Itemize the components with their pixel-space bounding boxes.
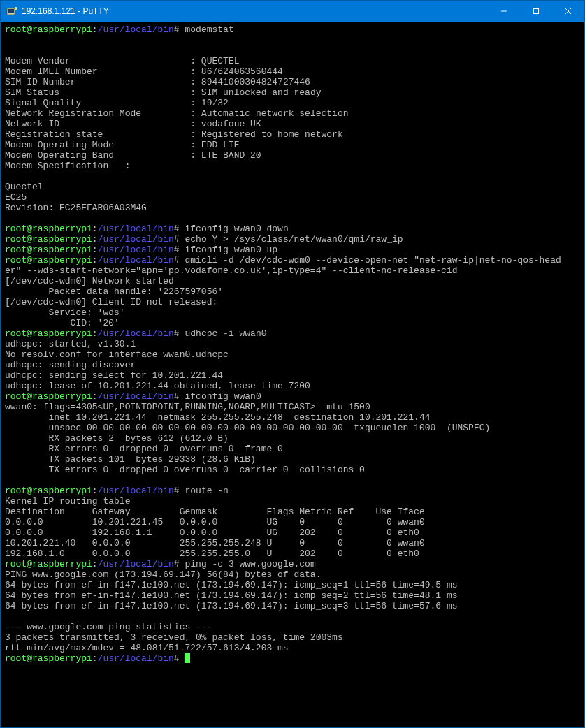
cmd: route -n bbox=[185, 486, 228, 496]
window-title: 192.168.1.121 - PuTTY bbox=[22, 6, 109, 16]
net-reg-mode: Network Registration Mode : Automatic ne… bbox=[5, 108, 349, 119]
terminal-viewport[interactable]: root@raspberrypi:/usr/local/bin# modemst… bbox=[1, 22, 584, 727]
titlebar[interactable]: 192.168.1.121 - PuTTY bbox=[1, 1, 584, 22]
svg-rect-5 bbox=[534, 9, 539, 14]
route-row: 0.0.0.0 10.201.221.45 0.0.0.0 UG 0 0 0 w… bbox=[5, 517, 425, 527]
terminal-output: root@raspberrypi:/usr/local/bin# modemst… bbox=[5, 24, 580, 664]
sim-id: SIM ID Number : 89441000304824727446 bbox=[5, 77, 310, 87]
app-icon bbox=[6, 6, 17, 17]
network-id: Network ID : vodafone UK bbox=[5, 119, 261, 129]
cmd: ifconfig wwan0 up bbox=[185, 245, 277, 255]
route-columns: Destination Gateway Genmask Flags Metric… bbox=[5, 507, 425, 517]
minimize-button[interactable] bbox=[488, 1, 520, 22]
cmd: ifconfig wwan0 down bbox=[185, 224, 288, 234]
cursor bbox=[185, 653, 190, 663]
modem-vendor: Modem Vendor : QUECTEL bbox=[5, 56, 239, 66]
route-row: 10.201.221.40 0.0.0.0 255.255.255.248 U … bbox=[5, 538, 425, 548]
cmd: modemstat bbox=[185, 24, 233, 35]
route-row: 192.168.1.0 0.0.0.0 255.255.255.0 U 202 … bbox=[5, 548, 419, 559]
prompt-path: /usr/local/bin bbox=[98, 24, 174, 35]
op-mode: Modem Operating Mode : FDD LTE bbox=[5, 140, 239, 150]
signal-quality: Signal Quality : 19/32 bbox=[5, 98, 229, 108]
op-band: Modem Operating Band : LTE BAND 20 bbox=[5, 150, 261, 161]
cmd: echo Y > /sys/class/net/wwan0/qmi/raw_ip bbox=[185, 234, 403, 245]
svg-rect-1 bbox=[8, 9, 14, 13]
cmd: ifconfig wwan0 bbox=[185, 391, 261, 402]
cmd: ping -c 3 www.google.com bbox=[185, 559, 315, 569]
close-button[interactable] bbox=[552, 1, 584, 22]
cmd: qmicli -d /dev/cdc-wdm0 --device-open-ne… bbox=[185, 255, 561, 265]
maximize-button[interactable] bbox=[520, 1, 552, 22]
reg-state: Registration state : Registered to home … bbox=[5, 129, 343, 140]
cmd: udhcpc -i wwan0 bbox=[185, 328, 266, 339]
svg-rect-3 bbox=[15, 8, 17, 10]
modem-imei: Modem IMEI Number : 867624063560444 bbox=[5, 66, 283, 77]
putty-window: 192.168.1.121 - PuTTY root@raspberrypi:/… bbox=[0, 0, 585, 728]
sim-status: SIM Status : SIM unlocked and ready bbox=[5, 87, 322, 98]
modem-spec: Modem Specification : bbox=[5, 161, 130, 171]
route-row: 0.0.0.0 192.168.1.1 0.0.0.0 UG 202 0 0 e… bbox=[5, 527, 419, 538]
prompt-user: root@raspberrypi bbox=[5, 24, 92, 35]
svg-rect-2 bbox=[15, 7, 17, 8]
